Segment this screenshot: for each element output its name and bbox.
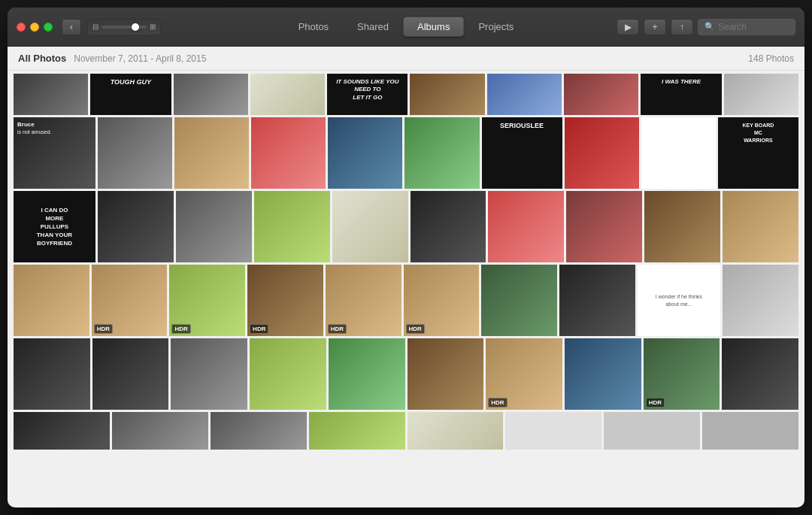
photo-row: HDR HDR HDR HDR HDR I wonder if he think…	[14, 265, 798, 336]
hdr-badge: HDR	[328, 324, 347, 334]
photo-thumb[interactable]: IT SOUNDS LIKE YOU NEED TOLET IT GO	[327, 74, 408, 115]
photo-row	[14, 412, 798, 450]
photo-thumb[interactable]	[332, 191, 408, 262]
back-button[interactable]: ‹	[62, 19, 81, 35]
photo-thumb[interactable]	[408, 412, 504, 450]
photo-thumb[interactable]: HDR	[326, 265, 401, 336]
zoom-track[interactable]	[102, 26, 147, 29]
zoom-in-icon: ⊞	[150, 23, 156, 31]
minimize-button[interactable]	[30, 23, 39, 32]
zoom-slider-area[interactable]: ⊟ ⊞	[87, 19, 161, 35]
photo-thumb[interactable]	[565, 338, 641, 410]
photo-thumb[interactable]	[702, 412, 798, 450]
chevron-left-icon: ‹	[70, 22, 73, 32]
photo-thumb[interactable]	[171, 338, 247, 410]
close-button[interactable]	[17, 23, 26, 32]
add-button[interactable]: +	[644, 19, 666, 35]
photo-thumb[interactable]	[14, 74, 88, 115]
photo-thumb[interactable]	[112, 412, 208, 450]
photo-thumb[interactable]	[487, 74, 562, 115]
photo-row: HDR HDR	[14, 338, 798, 410]
tab-shared[interactable]: Shared	[343, 17, 403, 37]
photo-thumb[interactable]	[505, 412, 601, 450]
photo-thumb[interactable]	[411, 191, 486, 262]
search-input[interactable]	[718, 22, 789, 32]
photo-thumb[interactable]: HDR	[486, 338, 562, 410]
photo-thumb[interactable]: Bruceis not amused.	[14, 117, 95, 189]
photo-thumb[interactable]	[174, 74, 248, 115]
photo-thumb[interactable]	[724, 74, 798, 115]
photo-thumb[interactable]	[329, 338, 405, 410]
breadcrumb-left: All Photos November 7, 2011 - April 8, 2…	[18, 53, 206, 64]
zoom-out-icon: ⊟	[92, 23, 98, 31]
photo-thumb[interactable]	[98, 191, 174, 262]
photo-thumb[interactable]	[723, 265, 798, 336]
photo-thumb[interactable]: I wonder if he thinksabout me...	[638, 265, 721, 336]
photo-thumb[interactable]	[174, 117, 249, 189]
plus-icon: +	[652, 22, 657, 32]
photo-thumb[interactable]	[404, 117, 479, 189]
breadcrumb-dates: November 7, 2011 - April 8, 2015	[74, 53, 206, 64]
photo-thumb[interactable]	[92, 338, 169, 410]
play-icon: ▶	[625, 22, 632, 32]
photo-thumb[interactable]	[559, 265, 635, 336]
photo-row: TOUGH GUY IT SOUNDS LIKE YOU NEED TOLET …	[14, 74, 798, 115]
photo-thumb[interactable]	[14, 412, 110, 450]
hdr-badge: HDR	[646, 398, 665, 407]
photo-thumb[interactable]	[250, 338, 326, 410]
photo-thumb[interactable]: I WAS THERE	[641, 74, 721, 115]
photo-thumb[interactable]	[641, 117, 716, 189]
photo-thumb[interactable]: SERIOUSLEE	[482, 117, 562, 189]
titlebar: ‹ ⊟ ⊞ Photos Shared Albums Projects ▶ + …	[8, 8, 804, 47]
photo-thumb[interactable]	[309, 412, 405, 450]
photo-thumb[interactable]	[723, 191, 798, 262]
photo-thumb[interactable]	[410, 74, 484, 115]
tab-albums[interactable]: Albums	[403, 17, 464, 37]
photo-thumb[interactable]	[565, 117, 639, 189]
photo-thumb[interactable]	[176, 191, 252, 262]
photo-thumb[interactable]	[604, 412, 700, 450]
photo-thumb[interactable]	[481, 265, 557, 336]
main-window: ‹ ⊟ ⊞ Photos Shared Albums Projects ▶ + …	[8, 8, 804, 507]
photo-thumb[interactable]: HDR	[404, 265, 480, 336]
photo-thumb[interactable]: HDR	[644, 338, 720, 410]
photo-thumb[interactable]	[251, 117, 326, 189]
tab-photos[interactable]: Photos	[284, 17, 343, 37]
photo-thumb[interactable]	[14, 338, 90, 410]
photo-thumb[interactable]	[644, 191, 720, 262]
photo-thumb[interactable]: HDR	[92, 265, 168, 336]
hdr-badge: HDR	[406, 324, 425, 334]
photo-row: I CAN DOMOREPULLUPSTHAN YOURBOYFRIEND	[14, 191, 798, 262]
photo-thumb[interactable]	[98, 117, 172, 189]
nav-tabs: Photos Shared Albums Projects	[284, 17, 529, 37]
photo-count: 148 Photos	[748, 53, 794, 64]
tab-projects[interactable]: Projects	[464, 17, 528, 37]
photo-thumb[interactable]	[14, 265, 89, 336]
photo-thumb[interactable]	[254, 191, 330, 262]
hdr-badge: HDR	[94, 324, 113, 334]
breadcrumb-bar: All Photos November 7, 2011 - April 8, 2…	[8, 47, 804, 71]
search-box[interactable]: 🔍	[698, 19, 795, 35]
zoom-thumb[interactable]	[132, 23, 139, 31]
photo-thumb[interactable]	[211, 412, 307, 450]
photo-thumb[interactable]	[328, 117, 402, 189]
toolbar-right: ▶ + ↑ 🔍	[617, 19, 795, 35]
photo-thumb[interactable]	[250, 74, 325, 115]
photo-thumb[interactable]: HDR	[247, 265, 323, 336]
photo-thumb[interactable]: TOUGH GUY	[90, 74, 171, 115]
breadcrumb-section: All Photos	[18, 53, 66, 64]
photo-thumb[interactable]: KEY BOARDMCWARRIORS	[718, 117, 798, 189]
photo-thumb[interactable]: I CAN DOMOREPULLUPSTHAN YOURBOYFRIEND	[14, 191, 95, 262]
photo-thumb[interactable]: HDR	[169, 265, 245, 336]
photo-thumb[interactable]	[722, 338, 798, 410]
play-button[interactable]: ▶	[617, 19, 639, 35]
hdr-badge: HDR	[488, 398, 507, 407]
photo-thumb[interactable]	[488, 191, 564, 262]
search-icon: 🔍	[704, 22, 715, 32]
photo-thumb[interactable]	[564, 74, 638, 115]
photo-grid[interactable]: TOUGH GUY IT SOUNDS LIKE YOU NEED TOLET …	[8, 71, 804, 507]
photo-thumb[interactable]	[408, 338, 484, 410]
share-button[interactable]: ↑	[671, 19, 693, 35]
maximize-button[interactable]	[44, 23, 53, 32]
photo-thumb[interactable]	[566, 191, 642, 262]
